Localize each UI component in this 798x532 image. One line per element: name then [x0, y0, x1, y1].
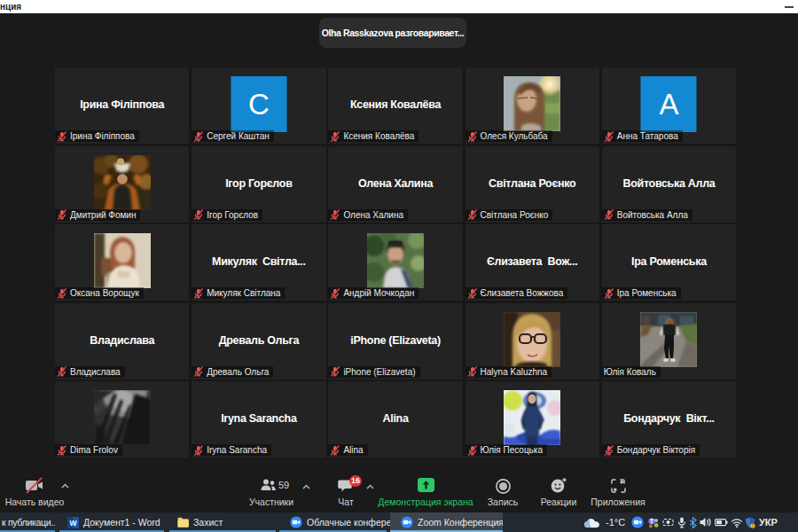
svg-text:W: W	[69, 518, 77, 527]
svg-text:T: T	[650, 518, 653, 524]
